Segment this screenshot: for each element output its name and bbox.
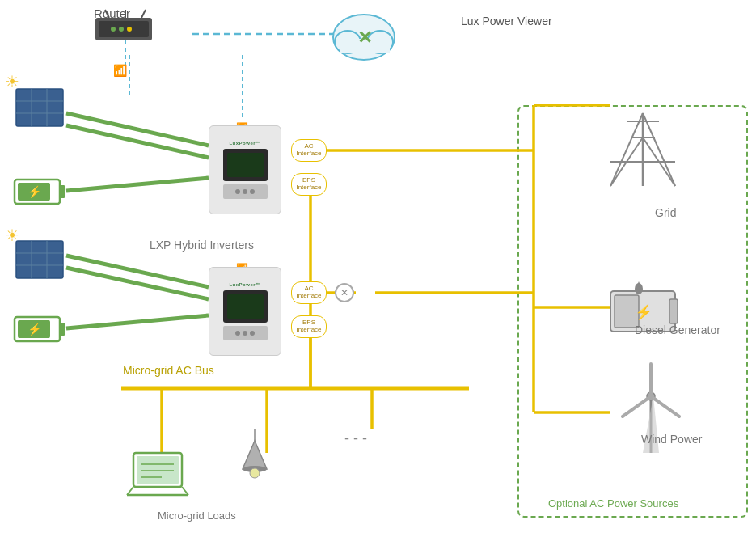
diesel-label: Diesel Generator xyxy=(635,323,720,336)
svg-point-56 xyxy=(119,27,124,32)
disconnect-symbol: ✕ xyxy=(335,283,354,302)
svg-line-48 xyxy=(623,396,651,416)
ac-interface-2: ACInterface xyxy=(291,281,327,304)
svg-point-92 xyxy=(250,468,260,478)
svg-text:⚡: ⚡ xyxy=(27,323,42,336)
eps-interface-2: EPSInterface xyxy=(291,315,327,338)
svg-text:📶: 📶 xyxy=(113,64,128,78)
svg-rect-62 xyxy=(16,89,63,126)
svg-text:✕: ✕ xyxy=(357,27,372,48)
svg-line-84 xyxy=(127,487,133,495)
wind-label: Wind Power xyxy=(641,433,702,446)
svg-text:☀: ☀ xyxy=(5,73,19,91)
svg-line-85 xyxy=(182,487,188,495)
svg-line-47 xyxy=(651,396,679,416)
eps-interface-1: EPSInterface xyxy=(291,173,327,196)
svg-text:⚡: ⚡ xyxy=(27,185,42,199)
grid-label: Grid xyxy=(655,206,676,219)
svg-rect-75 xyxy=(60,185,65,198)
svg-line-33 xyxy=(610,113,643,186)
micro-loads-label: Micro-grid Loads xyxy=(158,510,236,522)
svg-line-10 xyxy=(66,178,209,191)
microgrid-label: Micro-grid AC Bus xyxy=(123,364,214,377)
inverter-2: LuxPower™ xyxy=(209,267,281,356)
svg-point-57 xyxy=(127,27,132,32)
lux-power-label: Lux Power Viewer xyxy=(461,15,552,27)
svg-rect-83 xyxy=(137,456,179,484)
svg-rect-67 xyxy=(16,241,63,278)
svg-rect-41 xyxy=(669,299,678,323)
diagram: ✕ xyxy=(0,0,756,537)
svg-line-13 xyxy=(66,315,209,328)
svg-rect-79 xyxy=(60,323,65,336)
svg-point-55 xyxy=(111,27,116,32)
diagram-svg: ✕ xyxy=(0,0,756,537)
svg-line-54 xyxy=(141,10,146,18)
inverter-1: LuxPower™ xyxy=(209,125,281,214)
svg-text:- - -: - - - xyxy=(344,430,367,446)
svg-line-34 xyxy=(643,113,675,186)
svg-marker-90 xyxy=(243,441,267,469)
ac-interface-1: ACInterface xyxy=(291,139,327,162)
optional-ac-label: Optional AC Power Sources xyxy=(548,497,678,510)
lxp-hybrid-label: LXP Hybrid Inverters xyxy=(150,239,254,252)
svg-text:⚡: ⚡ xyxy=(635,303,653,321)
svg-text:☀: ☀ xyxy=(5,226,19,244)
router-label: Router xyxy=(94,6,130,20)
